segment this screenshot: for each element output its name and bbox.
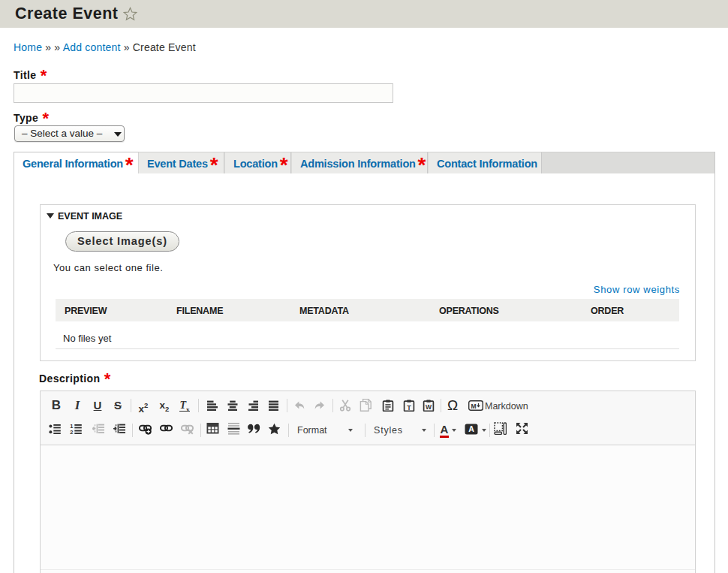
svg-text:M: M [471, 403, 476, 410]
svg-text:W: W [426, 403, 432, 411]
svg-text:2: 2 [70, 429, 73, 435]
svg-text:A: A [468, 424, 474, 433]
svg-text:T: T [407, 404, 411, 412]
